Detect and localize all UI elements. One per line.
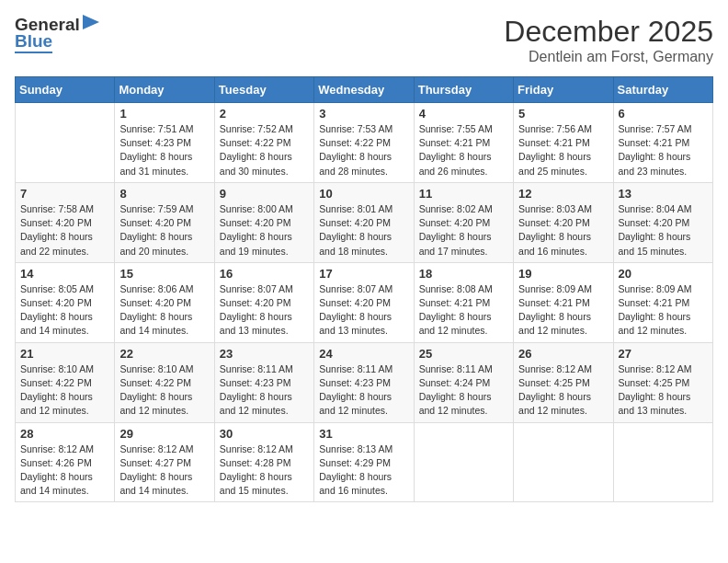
calendar-cell: 26Sunrise: 8:12 AMSunset: 4:25 PMDayligh… [514,342,613,422]
calendar-cell: 23Sunrise: 8:11 AMSunset: 4:23 PMDayligh… [214,342,313,422]
day-info: Sunrise: 7:51 AMSunset: 4:23 PMDaylight:… [119,122,209,178]
day-number: 17 [319,267,408,281]
day-number: 31 [319,427,408,441]
calendar-cell: 24Sunrise: 8:11 AMSunset: 4:23 PMDayligh… [314,342,414,422]
calendar-body: 1Sunrise: 7:51 AMSunset: 4:23 PMDaylight… [16,103,713,502]
day-number: 10 [319,187,408,201]
days-of-week-row: SundayMondayTuesdayWednesdayThursdayFrid… [16,77,713,103]
calendar-cell: 20Sunrise: 8:09 AMSunset: 4:21 PMDayligh… [613,262,712,342]
day-info: Sunrise: 8:09 AMSunset: 4:21 PMDaylight:… [518,282,608,339]
week-row-4: 21Sunrise: 8:10 AMSunset: 4:22 PMDayligh… [16,342,713,422]
day-info: Sunrise: 8:12 AMSunset: 4:26 PMDaylight:… [20,442,109,499]
day-number: 3 [319,107,408,121]
calendar-cell: 18Sunrise: 8:08 AMSunset: 4:21 PMDayligh… [414,262,513,342]
day-number: 24 [319,347,408,361]
calendar-cell: 17Sunrise: 8:07 AMSunset: 4:20 PMDayligh… [314,262,414,342]
day-number: 4 [419,107,508,121]
day-info: Sunrise: 7:55 AMSunset: 4:21 PMDaylight:… [419,122,508,178]
dow-header-friday: Friday [514,77,613,103]
calendar-cell: 27Sunrise: 8:12 AMSunset: 4:25 PMDayligh… [613,342,712,422]
day-number: 22 [119,347,209,361]
day-info: Sunrise: 8:02 AMSunset: 4:20 PMDaylight:… [419,202,508,259]
month-year: December 2025 [504,15,713,49]
week-row-1: 1Sunrise: 7:51 AMSunset: 4:23 PMDaylight… [16,103,713,183]
calendar-cell: 13Sunrise: 8:04 AMSunset: 4:20 PMDayligh… [613,182,712,262]
day-number: 9 [220,187,309,201]
calendar-cell: 8Sunrise: 7:59 AMSunset: 4:20 PMDaylight… [115,182,214,262]
day-number: 14 [20,267,109,281]
calendar-cell [514,422,613,502]
day-info: Sunrise: 8:10 AMSunset: 4:22 PMDaylight:… [20,362,109,419]
calendar-cell: 16Sunrise: 8:07 AMSunset: 4:20 PMDayligh… [214,262,313,342]
dow-header-tuesday: Tuesday [214,77,313,103]
day-number: 7 [20,187,109,201]
calendar-cell [16,103,115,183]
calendar-cell [414,422,513,502]
day-info: Sunrise: 8:05 AMSunset: 4:20 PMDaylight:… [20,282,109,339]
day-info: Sunrise: 8:11 AMSunset: 4:23 PMDaylight:… [319,362,408,419]
day-info: Sunrise: 8:00 AMSunset: 4:20 PMDaylight:… [220,202,309,259]
logo: General Blue [15,15,99,53]
day-info: Sunrise: 7:53 AMSunset: 4:22 PMDaylight:… [319,122,408,178]
day-number: 1 [119,107,209,121]
calendar-cell: 6Sunrise: 7:57 AMSunset: 4:21 PMDaylight… [613,103,712,183]
calendar-cell: 3Sunrise: 7:53 AMSunset: 4:22 PMDaylight… [314,103,414,183]
day-number: 25 [419,347,508,361]
calendar-cell: 9Sunrise: 8:00 AMSunset: 4:20 PMDaylight… [214,182,313,262]
calendar-cell [613,422,712,502]
day-number: 13 [619,187,708,201]
calendar-cell: 15Sunrise: 8:06 AMSunset: 4:20 PMDayligh… [115,262,214,342]
calendar-cell: 10Sunrise: 8:01 AMSunset: 4:20 PMDayligh… [314,182,414,262]
dow-header-saturday: Saturday [613,77,712,103]
calendar-cell: 11Sunrise: 8:02 AMSunset: 4:20 PMDayligh… [414,182,513,262]
week-row-2: 7Sunrise: 7:58 AMSunset: 4:20 PMDaylight… [16,182,713,262]
day-info: Sunrise: 7:57 AMSunset: 4:21 PMDaylight:… [619,122,708,178]
dow-header-monday: Monday [115,77,214,103]
calendar-cell: 1Sunrise: 7:51 AMSunset: 4:23 PMDaylight… [115,103,214,183]
week-row-3: 14Sunrise: 8:05 AMSunset: 4:20 PMDayligh… [16,262,713,342]
calendar-cell: 25Sunrise: 8:11 AMSunset: 4:24 PMDayligh… [414,342,513,422]
day-number: 11 [419,187,508,201]
day-number: 12 [518,187,608,201]
day-info: Sunrise: 8:09 AMSunset: 4:21 PMDaylight:… [619,282,708,339]
week-row-5: 28Sunrise: 8:12 AMSunset: 4:26 PMDayligh… [16,422,713,502]
calendar-cell: 22Sunrise: 8:10 AMSunset: 4:22 PMDayligh… [115,342,214,422]
day-number: 21 [20,347,109,361]
day-number: 5 [518,107,608,121]
page-header: General Blue December 2025 Dentlein am F… [15,15,713,65]
day-info: Sunrise: 8:12 AMSunset: 4:28 PMDaylight:… [220,442,309,499]
calendar-cell: 29Sunrise: 8:12 AMSunset: 4:27 PMDayligh… [115,422,214,502]
calendar-cell: 2Sunrise: 7:52 AMSunset: 4:22 PMDaylight… [214,103,313,183]
day-number: 18 [419,267,508,281]
day-number: 20 [619,267,708,281]
day-info: Sunrise: 8:03 AMSunset: 4:20 PMDaylight:… [518,202,608,259]
calendar-cell: 28Sunrise: 8:12 AMSunset: 4:26 PMDayligh… [16,422,115,502]
calendar-cell: 14Sunrise: 8:05 AMSunset: 4:20 PMDayligh… [16,262,115,342]
day-info: Sunrise: 8:11 AMSunset: 4:23 PMDaylight:… [220,362,309,419]
dow-header-wednesday: Wednesday [314,77,414,103]
day-number: 2 [220,107,309,121]
day-info: Sunrise: 8:04 AMSunset: 4:20 PMDaylight:… [619,202,708,259]
day-number: 29 [119,427,209,441]
day-number: 28 [20,427,109,441]
calendar-table: SundayMondayTuesdayWednesdayThursdayFrid… [15,76,713,502]
day-number: 8 [119,187,209,201]
title-section: December 2025 Dentlein am Forst, Germany [504,15,713,65]
day-number: 27 [619,347,708,361]
day-info: Sunrise: 8:12 AMSunset: 4:25 PMDaylight:… [518,362,608,419]
day-info: Sunrise: 8:06 AMSunset: 4:20 PMDaylight:… [119,282,209,339]
day-info: Sunrise: 8:01 AMSunset: 4:20 PMDaylight:… [319,202,408,259]
day-info: Sunrise: 8:10 AMSunset: 4:22 PMDaylight:… [119,362,209,419]
calendar-cell: 12Sunrise: 8:03 AMSunset: 4:20 PMDayligh… [514,182,613,262]
location: Dentlein am Forst, Germany [504,49,713,65]
day-number: 19 [518,267,608,281]
day-number: 6 [619,107,708,121]
logo-arrow-icon [83,13,99,31]
day-info: Sunrise: 7:56 AMSunset: 4:21 PMDaylight:… [518,122,608,178]
day-info: Sunrise: 8:07 AMSunset: 4:20 PMDaylight:… [220,282,309,339]
calendar-cell: 19Sunrise: 8:09 AMSunset: 4:21 PMDayligh… [514,262,613,342]
day-info: Sunrise: 7:52 AMSunset: 4:22 PMDaylight:… [220,122,309,178]
day-info: Sunrise: 8:12 AMSunset: 4:27 PMDaylight:… [119,442,209,499]
day-number: 15 [119,267,209,281]
day-number: 26 [518,347,608,361]
